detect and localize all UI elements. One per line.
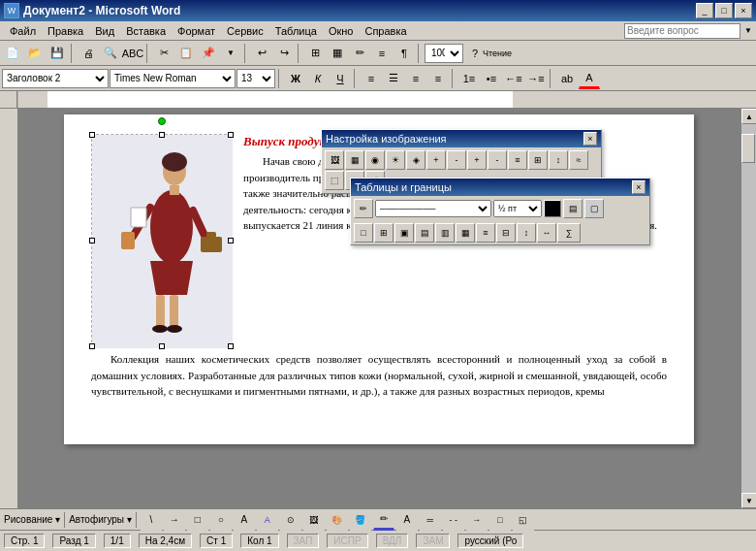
img-btn-8[interactable]: + [467,150,487,170]
style-select[interactable]: Заголовок 2 [2,69,109,88]
handle-mid-left[interactable] [89,238,95,243]
rotation-handle[interactable] [158,117,166,125]
draw-text-button[interactable]: A [234,509,255,531]
print-button[interactable]: 🖨 [78,43,99,64]
scroll-thumb[interactable] [741,134,755,163]
handle-top-right[interactable] [228,132,234,138]
img-btn-11[interactable]: ⊞ [528,150,548,170]
tbl-shading-btn[interactable]: ▢ [584,199,604,218]
draw-line-style-button[interactable]: ═ [420,509,441,531]
draw-button[interactable]: ✏ [349,43,370,64]
search-input[interactable] [624,23,740,39]
tbl-btn-borders1[interactable]: □ [354,223,373,243]
open-button[interactable]: 📂 [24,43,46,64]
size-select[interactable]: 13 [236,69,275,88]
align-center-button[interactable]: ☰ [383,68,404,89]
draw-rect-button[interactable]: □ [187,509,208,531]
tbl-btn-borders11[interactable]: ∑ [557,223,581,243]
scroll-up-button[interactable]: ▲ [741,109,756,124]
align-right-button[interactable]: ≡ [405,68,426,89]
img-btn-13[interactable]: ≈ [569,150,588,170]
img-btn-9[interactable]: - [488,150,507,170]
undo-button[interactable]: ↩ [251,43,272,64]
tbl-borders-btn[interactable]: ▤ [563,199,583,218]
tbl-line-style-select[interactable]: ───────── [375,200,491,217]
handle-top-left[interactable] [89,132,95,138]
increase-indent-button[interactable]: →≡ [525,68,547,89]
draw-arrow-button[interactable]: → [164,509,185,531]
draw-wordart-button[interactable]: A [257,509,278,531]
scroll-down-button[interactable]: ▼ [741,493,756,508]
tbl-color-btn[interactable] [544,200,561,217]
draw-line-button[interactable]: \ [141,509,162,531]
image-settings-title[interactable]: Настройка изображения × [322,130,601,147]
tbl-btn-borders5[interactable]: ▥ [435,223,455,243]
img-btn-12[interactable]: ↕ [549,150,568,170]
redo-button[interactable]: ↪ [273,43,295,64]
document-image[interactable] [91,134,232,347]
bullets-button[interactable]: •≡ [481,68,502,89]
tbl-btn-borders6[interactable]: ▦ [456,223,475,243]
draw-color-button[interactable]: 🎨 [327,509,348,531]
new-button[interactable]: 📄 [2,43,23,64]
toolbar1-close-button[interactable]: × [583,132,597,146]
tbl-btn-borders3[interactable]: ▣ [394,223,414,243]
minimize-button[interactable]: _ [696,3,713,18]
tbl-btn-borders2[interactable]: ⊞ [374,223,394,243]
numbering-button[interactable]: 1≡ [458,68,480,89]
document-area[interactable]: Выпуск продукции Начав свою деятельность… [17,109,740,508]
font-select[interactable]: Times New Roman [110,69,236,88]
img-btn-4[interactable]: ☀ [386,150,405,170]
zoom-select[interactable]: 100% [425,44,463,63]
menu-format[interactable]: Формат [172,23,221,39]
draw-oval-button[interactable]: ○ [210,509,232,531]
tbl-btn-borders9[interactable]: ↕ [517,223,536,243]
menu-window[interactable]: Окно [323,23,360,39]
tbl-btn-borders10[interactable]: ↔ [537,223,556,243]
handle-bot-right[interactable] [228,343,234,349]
columns-button[interactable]: ▦ [327,43,348,64]
font-color-button[interactable]: A [579,68,600,89]
tables-borders-title[interactable]: Таблицы и границы × [351,178,649,196]
tbl-line-weight-select[interactable]: ½ пт [493,200,542,217]
spell-button[interactable]: ABC [122,43,143,64]
cut-button[interactable]: ✂ [153,43,174,64]
handle-bot-mid[interactable] [159,343,165,349]
menu-file[interactable]: Файл [4,23,42,39]
paste-button[interactable]: 📌 [198,43,219,64]
img-btn-1[interactable]: 🖼 [325,150,344,170]
menu-table[interactable]: Таблица [269,23,323,39]
read-button[interactable]: Чтение [487,43,508,64]
highlight-button[interactable]: ab [556,68,578,89]
draw-clipart-button[interactable]: 🖼 [303,509,325,531]
tbl-btn-borders8[interactable]: ⊟ [496,223,516,243]
menu-tools[interactable]: Сервис [221,23,269,39]
drawing-menu-button[interactable]: Рисование ▾ [4,514,60,525]
draw-font-color-button[interactable]: A [396,509,418,531]
table-button[interactable]: ⊞ [304,43,326,64]
toolbar2-close-button[interactable]: × [632,180,646,194]
close-button[interactable]: × [735,3,752,18]
tbl-btn-borders4[interactable]: ▤ [415,223,434,243]
img-btn-2[interactable]: ▦ [345,150,364,170]
img-btn-7[interactable]: - [447,150,466,170]
draw-fill-button[interactable]: 🪣 [350,509,371,531]
img-btn-14[interactable]: ⬚ [325,171,344,190]
handle-top-mid[interactable] [159,132,165,138]
menu-insert[interactable]: Вставка [120,23,172,39]
paste-special-button[interactable]: ▼ [220,43,241,64]
autoshapes-button[interactable]: Автофигуры ▾ [69,514,132,525]
menu-help[interactable]: Справка [359,23,412,39]
img-btn-5[interactable]: ◈ [406,150,425,170]
tbl-btn-borders7[interactable]: ≡ [476,223,495,243]
decrease-indent-button[interactable]: ←≡ [503,68,524,89]
draw-arrow-style-button[interactable]: → [466,509,488,531]
show-all-button[interactable]: ¶ [394,43,415,64]
italic-button[interactable]: К [307,68,329,89]
handle-bot-left[interactable] [89,343,95,349]
save-button[interactable]: 💾 [47,43,68,64]
draw-dash-button[interactable]: - - [443,509,464,531]
copy-button[interactable]: 📋 [175,43,197,64]
draw-line-color-button[interactable]: ✏ [373,509,394,531]
print-preview-button[interactable]: 🔍 [100,43,121,64]
